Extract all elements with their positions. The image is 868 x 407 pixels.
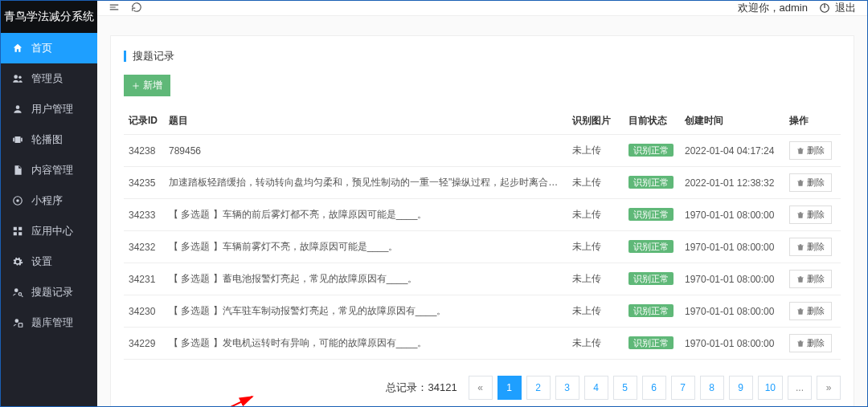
page-8[interactable]: 8: [700, 376, 724, 400]
status-badge: 识别正常: [628, 144, 674, 157]
cell-id: 34238: [124, 135, 164, 167]
cell-status: 识别正常: [624, 199, 680, 231]
cell-op: 删除: [784, 167, 841, 199]
cell-time: 1970-01-01 08:00:00: [680, 328, 784, 360]
cell-img: 未上传: [567, 167, 624, 199]
status-badge: 识别正常: [628, 272, 674, 285]
sidebar-item-search-user[interactable]: 搜题记录: [1, 277, 97, 307]
page-next[interactable]: »: [817, 376, 841, 400]
sidebar: 青鸟学法减分系统 首页管理员用户管理轮播图内容管理小程序应用中心设置搜题记录题库…: [1, 1, 97, 406]
table-row: 34229【 多选题 】发电机运转时有异响，可能的故障原因有____。未上传识别…: [124, 328, 841, 360]
home-icon: [12, 43, 23, 54]
cell-topic: 加速踏板轻踏缓抬，转动转向盘均匀柔和，预见性制动的一重一轻"操纵过程，起步时离合…: [164, 167, 567, 199]
page-1[interactable]: 1: [497, 376, 522, 400]
th-topic: 题目: [164, 108, 567, 135]
cell-time: 2022-01-04 04:17:24: [680, 135, 784, 167]
sidebar-item-users[interactable]: 管理员: [1, 63, 97, 94]
delete-button[interactable]: 删除: [789, 206, 832, 224]
page-10[interactable]: 10: [758, 376, 783, 400]
menu-toggle-icon[interactable]: [108, 2, 120, 15]
sidebar-item-home[interactable]: 首页: [1, 33, 97, 63]
cell-op: 删除: [784, 328, 841, 360]
users-icon: [12, 73, 23, 84]
sidebar-item-file[interactable]: 内容管理: [1, 155, 97, 185]
cell-time: 1970-01-01 08:00:00: [680, 199, 784, 231]
table-row: 34233【 多选题 】车辆的前后雾灯都不亮，故障原因可能是____。未上传识别…: [124, 199, 841, 231]
page-4[interactable]: 4: [584, 376, 608, 400]
cell-status: 识别正常: [624, 231, 680, 263]
add-button[interactable]: 新增: [124, 75, 170, 96]
pager: «12345678910...»: [469, 376, 841, 400]
table-row: 34231【 多选题 】蓄电池报警灯亮起，常见的故障原因有____。未上传识别正…: [124, 263, 841, 295]
sidebar-item-app[interactable]: 小程序: [1, 185, 97, 216]
logout-label: 退出: [835, 1, 856, 15]
page-3[interactable]: 3: [555, 376, 579, 400]
th-op: 操作: [784, 108, 841, 135]
delete-button[interactable]: 删除: [789, 334, 832, 352]
brand-title: 青鸟学法减分系统: [1, 1, 97, 33]
sidebar-item-label: 应用中心: [31, 224, 73, 238]
grid-icon: [12, 226, 23, 237]
table-row: 34238789456未上传识别正常2022-01-04 04:17:24删除: [124, 135, 841, 167]
page-7[interactable]: 7: [671, 376, 695, 400]
status-badge: 识别正常: [628, 176, 674, 189]
main-area: 欢迎你，admin 退出 搜题记录 新增: [97, 1, 867, 406]
cell-id: 34231: [124, 263, 164, 295]
page-5[interactable]: 5: [613, 376, 637, 400]
svg-line-2: [132, 397, 252, 407]
cell-img: 未上传: [567, 328, 624, 360]
status-badge: 识别正常: [628, 304, 674, 317]
table-row: 34232【 多选题 】车辆前雾灯不亮，故障原因可能是____。未上传识别正常1…: [124, 231, 841, 263]
delete-button[interactable]: 删除: [789, 141, 832, 160]
records-table: 记录ID 题目 识别图片 目前状态 创建时间 操作 34238789456未上传…: [124, 108, 841, 360]
logout-button[interactable]: 退出: [819, 1, 856, 15]
delete-button[interactable]: 删除: [789, 173, 832, 192]
sidebar-item-grid[interactable]: 应用中心: [1, 216, 97, 246]
gear-icon: [12, 256, 23, 267]
sidebar-item-label: 轮播图: [31, 132, 63, 147]
page-9[interactable]: 9: [729, 376, 753, 400]
sidebar-item-db[interactable]: 题库管理: [1, 307, 97, 338]
cell-status: 识别正常: [624, 295, 680, 328]
page-ellipsis[interactable]: ...: [788, 376, 812, 400]
cell-img: 未上传: [567, 263, 624, 295]
sidebar-item-user[interactable]: 用户管理: [1, 94, 97, 124]
cell-time: 1970-01-01 08:00:00: [680, 263, 784, 295]
content-card: 搜题记录 新增 记录ID 题目 识别图片 目前状态 创建时间 操: [110, 35, 854, 407]
cell-topic: 【 多选题 】汽车驻车制动报警灯亮起，常见的故障原因有____。: [164, 295, 567, 328]
sidebar-item-carousel[interactable]: 轮播图: [1, 124, 97, 155]
cell-img: 未上传: [567, 199, 624, 231]
status-badge: 识别正常: [628, 336, 674, 349]
cell-topic: 【 多选题 】蓄电池报警灯亮起，常见的故障原因有____。: [164, 263, 567, 295]
cell-id: 34230: [124, 295, 164, 328]
cell-id: 34232: [124, 231, 164, 263]
sidebar-item-label: 内容管理: [31, 163, 73, 177]
sidebar-item-label: 小程序: [31, 193, 63, 208]
user-icon: [12, 104, 23, 115]
panel-title: 搜题记录: [124, 49, 841, 63]
th-status: 目前状态: [624, 108, 680, 135]
sidebar-item-gear[interactable]: 设置: [1, 246, 97, 277]
cell-status: 识别正常: [624, 167, 680, 199]
refresh-icon[interactable]: [131, 2, 142, 15]
cell-id: 34235: [124, 167, 164, 199]
cell-op: 删除: [784, 231, 841, 263]
page-6[interactable]: 6: [642, 376, 666, 400]
table-header-row: 记录ID 题目 识别图片 目前状态 创建时间 操作: [124, 108, 841, 135]
table-row: 34235加速踏板轻踏缓抬，转动转向盘均匀柔和，预见性制动的一重一轻"操纵过程，…: [124, 167, 841, 199]
page-prev[interactable]: «: [469, 376, 493, 400]
cell-status: 识别正常: [624, 263, 680, 295]
delete-button[interactable]: 删除: [789, 302, 832, 320]
welcome-text: 欢迎你，admin: [738, 1, 808, 15]
sidebar-item-label: 首页: [31, 41, 52, 55]
th-img: 识别图片: [567, 108, 624, 135]
th-time: 创建时间: [680, 108, 784, 135]
page-2[interactable]: 2: [526, 376, 551, 400]
pagination-row: 总记录：34121 «12345678910...»: [124, 376, 841, 400]
cell-time: 1970-01-01 08:00:00: [680, 295, 784, 328]
nav-list: 首页管理员用户管理轮播图内容管理小程序应用中心设置搜题记录题库管理: [1, 33, 97, 406]
delete-button[interactable]: 删除: [789, 238, 832, 256]
cell-id: 34233: [124, 199, 164, 231]
delete-button[interactable]: 删除: [789, 270, 832, 288]
cell-topic: 789456: [164, 135, 567, 167]
